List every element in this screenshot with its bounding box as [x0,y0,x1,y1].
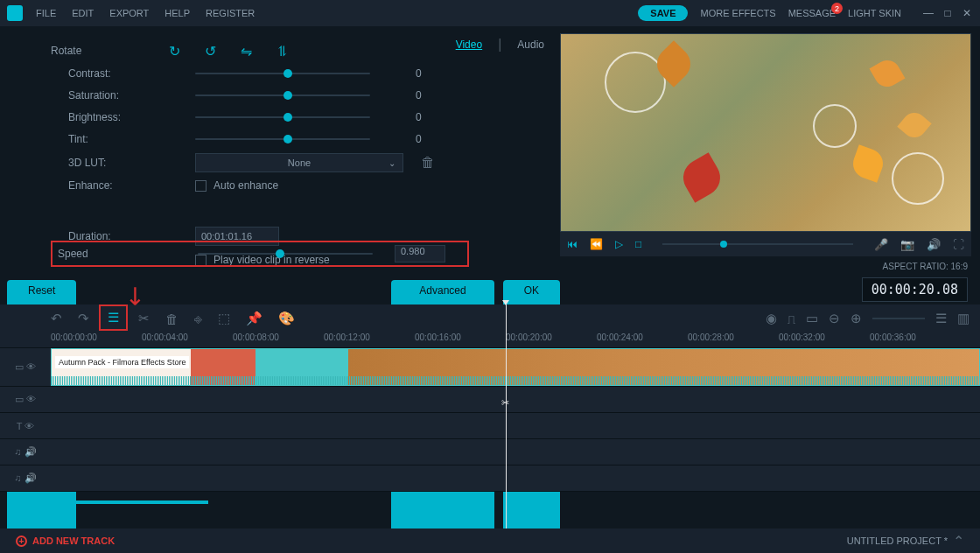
saturation-slider[interactable] [195,94,370,96]
text-track-header[interactable]: T 👁 [0,421,51,431]
overlay-track: ▭ 👁 [0,387,980,413]
more-effects-link[interactable]: MORE EFFECTS [700,8,775,18]
color-icon[interactable]: 🎨 [278,311,295,326]
rotate-ccw-icon[interactable]: ↺ [205,43,216,60]
volume-icon[interactable]: 🔊 [927,238,941,251]
maximize-icon[interactable]: □ [942,7,954,19]
tint-value: 0 [416,133,442,145]
snapshot-icon[interactable]: 📷 [900,238,914,251]
contrast-slider[interactable] [195,73,370,74]
timeline-ruler[interactable]: 00:00:00:00 00:00:04:00 00:00:08:00 00:0… [0,332,980,348]
minimize-icon[interactable]: — [922,7,934,19]
brightness-slider[interactable] [195,116,370,118]
save-button[interactable]: SAVE [638,5,688,21]
delete-icon[interactable]: 🗑 [165,312,178,326]
ruler-tick: 00:00:08:00 [233,332,279,342]
contrast-label: Contrast: [51,67,195,80]
project-name-label[interactable]: UNTITLED PROJECT * [847,536,948,546]
zoom-in-icon[interactable]: ⊕ [850,311,862,326]
brightness-value: 0 [416,111,442,123]
ruler-tick: 00:00:28:00 [688,332,734,342]
flip-horizontal-icon[interactable]: ⇋ [241,43,252,60]
tab-video[interactable]: Video [456,38,482,51]
close-icon[interactable]: ✕ [961,7,973,19]
chevron-up-icon[interactable]: ⌃ [953,533,964,550]
menu-help[interactable]: HELP [164,8,190,18]
menu-edit[interactable]: EDIT [72,8,94,18]
audio-mixer-icon[interactable]: ⎍ [788,312,795,326]
main-menu: FILE EDIT EXPORT HELP REGISTER [36,8,638,18]
edit-tool-highlight: ☰ [99,304,128,331]
light-skin-toggle[interactable]: LIGHT SKIN [848,8,901,18]
ruler-tick: 00:00:24:00 [597,332,643,342]
video-clip[interactable]: Autumn Pack - Filmora Effects Store [51,348,980,386]
zoom-out-icon[interactable]: ⊖ [829,311,840,326]
add-new-track-button[interactable]: + ADD NEW TRACK [16,536,115,547]
lut-label: 3D LUT: [51,157,195,169]
audio-track-1-header[interactable]: ♫ 🔊 [0,446,51,458]
lut-select[interactable]: None ⌄ [195,153,403,172]
audio-track-2: ♫ 🔊 [0,466,980,492]
pin-icon[interactable]: 📌 [246,311,262,326]
bottom-bar: + ADD NEW TRACK UNTITLED PROJECT * ⌃ [0,528,980,553]
tab-audio[interactable]: Audio [517,38,544,51]
auto-enhance-checkbox[interactable] [195,180,206,192]
playhead[interactable]: ✂ [506,304,507,528]
rotate-cw-icon[interactable]: ↻ [169,43,180,60]
plus-icon: + [16,536,27,547]
saturation-label: Saturation: [51,89,195,102]
settings-icon[interactable]: ▥ [957,311,970,326]
frame-icon[interactable]: ▭ [806,311,818,326]
marker-icon[interactable]: ◉ [766,311,777,326]
ruler-tick: 00:00:32:00 [779,332,825,342]
video-track-header[interactable]: ▭ 👁 [0,361,51,373]
preview-video[interactable] [560,33,971,232]
timecode-display: 00:00:20.08 [862,277,968,302]
message-badge: 2 [831,3,843,14]
speed-label: Speed [58,248,198,260]
menu-export[interactable]: EXPORT [109,8,149,18]
timeline-toolbar: ↶ ↷ ☰ ✂ 🗑 ⎆ ⬚ 📌 🎨 ◉ ⎍ ▭ ⊖ ⊕ ☰ ▥ [0,304,980,332]
overlay-track-header[interactable]: ▭ 👁 [0,394,51,405]
speed-highlight: Speed 0.980 [51,241,469,267]
step-back-icon[interactable]: ⏪ [590,238,603,250]
app-logo-icon [7,5,23,21]
menu-register[interactable]: REGISTER [206,8,255,18]
play-icon[interactable]: ▷ [615,238,623,250]
preview-panel: ⏮ ⏪ ▷ □ 🎤 📷 🔊 ⛶ ASPECT RATIO: 16:9 00:00… [560,26,980,302]
audio-track-2-header[interactable]: ♫ 🔊 [0,472,51,484]
clip-label: Autumn Pack - Filmora Effects Store [55,356,189,368]
ruler-tick: 00:00:20:00 [506,332,552,342]
redo-icon[interactable]: ↷ [78,311,89,326]
preview-scrubber[interactable] [662,243,853,245]
text-track: T 👁 [0,413,980,439]
properties-panel: Video | Audio Rotate ↻ ↺ ⇋ ⥮ Contrast: 0… [0,26,560,302]
ruler-tick: 00:00:00:00 [51,332,97,342]
flip-vertical-icon[interactable]: ⥮ [276,43,288,60]
enhance-label: Enhance: [51,179,195,192]
view-mode-icon[interactable]: ☰ [935,311,947,326]
fullscreen-icon[interactable]: ⛶ [953,238,964,251]
prev-frame-icon[interactable]: ⏮ [567,238,578,250]
speed-input[interactable]: 0.980 [395,245,445,262]
chevron-down-icon: ⌄ [388,158,396,168]
ruler-tick: 00:00:04:00 [142,332,188,342]
export-icon[interactable]: ⬚ [218,311,230,326]
cut-icon[interactable]: ✂ [138,311,150,326]
tint-slider[interactable] [195,138,370,140]
horizontal-scrollbar[interactable] [51,500,208,504]
ruler-tick: 00:00:16:00 [415,332,461,342]
undo-icon[interactable]: ↶ [51,311,62,326]
microphone-icon[interactable]: 🎤 [874,238,888,251]
trash-icon[interactable]: 🗑 [421,155,435,171]
zoom-slider[interactable] [872,318,925,319]
aspect-ratio-label: ASPECT RATIO: 16:9 [883,262,968,271]
crop-icon[interactable]: ⎆ [194,312,202,326]
menu-file[interactable]: FILE [36,8,56,18]
video-track-1: ▭ 👁 Autumn Pack - Filmora Effects Store [0,348,980,387]
stop-icon[interactable]: □ [635,238,641,250]
edit-clip-icon[interactable]: ☰ [108,310,119,325]
message-link[interactable]: MESSAGE 2 [788,8,836,18]
speed-slider[interactable] [198,253,373,255]
ruler-tick: 00:00:12:00 [324,332,370,342]
